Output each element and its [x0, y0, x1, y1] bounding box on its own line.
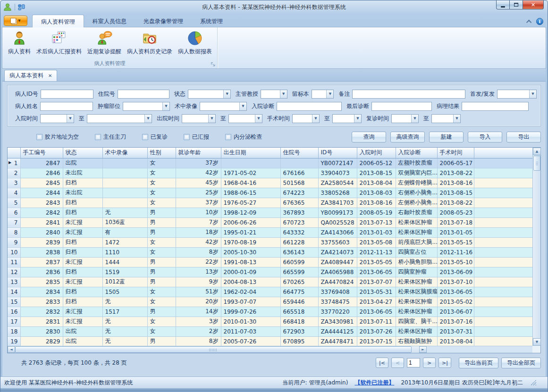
row-header[interactable]: 10	[8, 247, 20, 257]
registered-link[interactable]: 【软件已注册】	[354, 379, 394, 387]
minimize-button[interactable]	[496, 0, 510, 9]
ribbon-tab[interactable]: 病人资料管理	[32, 15, 84, 27]
horizontal-scrollbar[interactable]: ◄ ►	[8, 346, 532, 353]
scroll-up-icon[interactable]: ▲	[533, 148, 541, 155]
combo-field[interactable]: ▼	[182, 114, 216, 123]
text-field[interactable]	[277, 102, 342, 111]
action-button[interactable]: 导出	[506, 132, 541, 142]
table-row[interactable]: 22846未出院女42岁1971-05-02676166339040732013…	[8, 168, 532, 178]
row-header[interactable]: 13	[8, 277, 20, 287]
quick-access-icon[interactable]	[18, 4, 25, 11]
table-row[interactable]: 102838归档1110女8岁2005-10-30636143ZA4214073…	[8, 247, 532, 257]
column-header[interactable]: 入院时间	[357, 148, 396, 158]
row-header[interactable]: 3	[8, 178, 20, 188]
table-row[interactable]: 152833归档无女20岁1993-07-0765944633748475201…	[8, 297, 532, 307]
tab-patient-basic-info[interactable]: 病人基本资料 ✕	[4, 70, 57, 81]
chevron-down-icon[interactable]: ▼	[239, 102, 246, 110]
chevron-down-icon[interactable]: ▼	[255, 115, 262, 123]
combo-field[interactable]: ▼	[312, 90, 334, 99]
filter-checkbox[interactable]: 已复诊	[142, 133, 168, 141]
action-button[interactable]: 查询	[352, 132, 386, 142]
checkbox-icon[interactable]	[225, 134, 231, 140]
action-button[interactable]: 导入	[468, 132, 502, 142]
action-button[interactable]: 新建	[429, 132, 464, 142]
table-row[interactable]: 82840未汇报有男18岁1995-01-21643332ZA414306620…	[8, 227, 532, 237]
column-header[interactable]: 就诊年龄	[176, 148, 221, 158]
table-row[interactable]: 182830出院无女2岁2011-07-03672903ZA4444125201…	[8, 326, 532, 336]
row-header[interactable]: 16	[8, 307, 20, 317]
ribbon-tab[interactable]: 光盘录像带管理	[135, 15, 192, 27]
table-row[interactable]: 132835未汇报1012蓝男9岁2004-08-13670265ZA44708…	[8, 277, 532, 287]
text-field[interactable]	[40, 102, 93, 111]
text-field[interactable]	[352, 90, 465, 99]
scroll-right-icon[interactable]: ►	[419, 346, 427, 353]
row-header[interactable]: 7	[8, 217, 20, 227]
chevron-down-icon[interactable]: ▼	[312, 115, 319, 123]
row-header[interactable]: 6	[8, 208, 20, 217]
combo-field[interactable]: ▼	[188, 90, 231, 99]
chevron-down-icon[interactable]: ▼	[144, 115, 152, 123]
row-header[interactable]: 17	[8, 317, 20, 326]
column-header[interactable]: 性别	[147, 148, 176, 158]
column-header[interactable]: 手工编号	[20, 148, 63, 158]
row-header[interactable]: 5	[8, 198, 20, 208]
prev-page-button[interactable]: <	[391, 358, 404, 368]
ribbon-button[interactable]: 病人资料历史记录	[124, 29, 175, 57]
row-header[interactable]: 12	[8, 267, 20, 277]
checkbox-icon[interactable]	[36, 134, 42, 140]
ribbon-button[interactable]: 病人资料	[5, 29, 34, 57]
table-row[interactable]: 62842归档无男10岁1998-12-09367893YB0099173200…	[8, 208, 532, 217]
column-header[interactable]: 住院号	[280, 148, 318, 158]
column-header[interactable]: 出生日期	[221, 148, 280, 158]
chevron-down-icon[interactable]: ▼	[223, 90, 230, 98]
dialog-launcher-icon[interactable]	[210, 61, 216, 67]
row-header[interactable]: 19	[8, 336, 20, 346]
row-header[interactable]: 11	[8, 257, 20, 267]
text-field[interactable]	[118, 90, 169, 99]
checkbox-icon[interactable]	[184, 134, 190, 140]
chevron-down-icon[interactable]: ▼	[453, 115, 460, 123]
table-row[interactable]: 42844未出院女25岁1988-06-15674223338052682013…	[8, 188, 532, 198]
app-logo-icon[interactable]	[3, 3, 12, 11]
vertical-scroll-thumb[interactable]	[533, 156, 540, 171]
row-header[interactable]: 8	[8, 227, 20, 237]
last-page-button[interactable]: >|	[438, 358, 451, 368]
combo-field[interactable]: ▼	[431, 114, 461, 123]
row-header[interactable]: 9	[8, 237, 20, 247]
scroll-left-icon[interactable]: ◄	[8, 346, 15, 353]
app-menu-button[interactable]: ▼	[4, 16, 27, 26]
ribbon-tab[interactable]: 系统管理	[192, 15, 231, 27]
info-icon[interactable]: i	[536, 18, 543, 25]
column-header[interactable]: 入院诊断	[396, 148, 437, 158]
combo-field[interactable]: ▼	[497, 90, 537, 99]
first-page-button[interactable]: |<	[376, 358, 388, 368]
chevron-down-icon[interactable]: ▼	[162, 102, 169, 110]
text-field[interactable]	[462, 102, 529, 111]
combo-field[interactable]: ▼	[391, 114, 419, 123]
ribbon-tab[interactable]: 科室人员信息	[84, 15, 135, 27]
filter-checkbox[interactable]: 胶片地址为空	[36, 133, 79, 141]
export-current-page-button[interactable]: 导出当前页	[459, 358, 498, 368]
filter-checkbox[interactable]: 主任主刀	[95, 133, 126, 141]
vertical-scrollbar[interactable]: ▲ ▼	[532, 148, 540, 346]
table-row[interactable]: 112837未汇报1444男22岁1991-08-13660599ZA40894…	[8, 257, 532, 267]
text-field[interactable]	[371, 102, 432, 111]
horizontal-scroll-thumb[interactable]	[15, 346, 412, 353]
combo-field[interactable]: ▼	[261, 90, 287, 99]
chevron-down-icon[interactable]: ▼	[280, 90, 287, 98]
ribbon-button[interactable]: 术后病人汇报资料	[34, 29, 84, 57]
combo-field[interactable]: ▼	[40, 114, 74, 123]
table-row[interactable]: 72841未汇报1036蓝男7岁2006-06-26670723QA002552…	[8, 217, 532, 227]
collapse-ribbon-icon[interactable]	[526, 19, 531, 25]
row-header[interactable]: 15	[8, 297, 20, 307]
chevron-down-icon[interactable]: ▼	[411, 115, 418, 123]
filter-checkbox[interactable]: 已汇报	[184, 133, 209, 141]
row-header[interactable]: 4	[8, 188, 20, 198]
resize-grip[interactable]	[531, 380, 536, 385]
action-button[interactable]: 高级查询	[390, 132, 425, 142]
next-page-button[interactable]: >	[423, 358, 436, 368]
chevron-down-icon[interactable]: ▼	[529, 90, 536, 98]
table-row[interactable]: ▶12847出院女37岁YB00721472006-05-12左额叶胶质瘤200…	[8, 158, 532, 168]
column-header[interactable]: 手术时间	[437, 148, 474, 158]
column-header[interactable]: 术中录像	[102, 148, 147, 158]
